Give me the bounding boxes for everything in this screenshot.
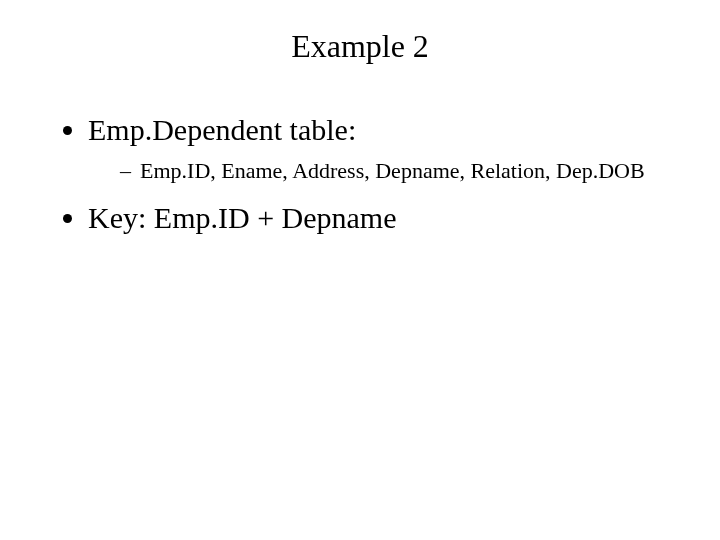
slide: Example 2 Emp.Dependent table: Emp.ID, E…: [0, 0, 720, 540]
bullet-item-1-text: Emp.Dependent table:: [88, 113, 356, 146]
sub-bullet-item-1: Emp.ID, Ename, Address, Depname, Relatio…: [124, 157, 660, 185]
sub-bullet-list: Emp.ID, Ename, Address, Depname, Relatio…: [88, 157, 660, 185]
slide-title: Example 2: [60, 28, 660, 65]
bullet-item-2: Key: Emp.ID + Depname: [88, 201, 660, 235]
sub-bullet-item-1-text: Emp.ID, Ename, Address, Depname, Relatio…: [140, 158, 645, 183]
bullet-item-1: Emp.Dependent table: Emp.ID, Ename, Addr…: [88, 113, 660, 185]
bullet-item-2-text: Key: Emp.ID + Depname: [88, 201, 397, 234]
bullet-list: Emp.Dependent table: Emp.ID, Ename, Addr…: [60, 113, 660, 235]
